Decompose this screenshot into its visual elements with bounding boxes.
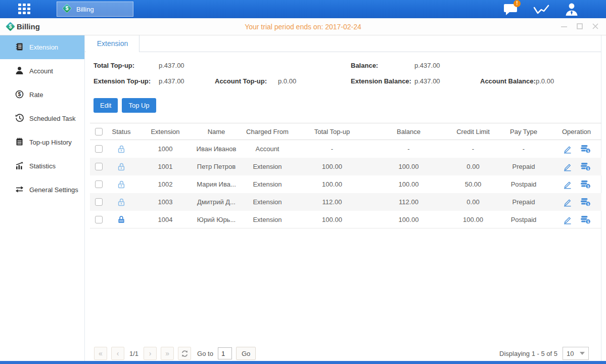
page-size-select[interactable]: 10 [563, 347, 589, 360]
minimize-icon[interactable] [560, 22, 568, 30]
rate-dollar-icon: $ [15, 90, 24, 100]
status-cell [107, 145, 135, 154]
name-cell: Петр Петров [195, 163, 238, 170]
operation-cell: $ [551, 197, 601, 207]
topup-coins-icon: $ [580, 144, 591, 154]
edit-row-button[interactable] [563, 215, 572, 224]
extension-balance-value: p.437.00 [414, 77, 440, 85]
lock-closed-icon [117, 215, 126, 224]
resource-monitor-icon[interactable] [532, 2, 550, 16]
svg-text:$: $ [587, 185, 589, 189]
messages-icon[interactable]: ! [501, 2, 520, 16]
row-checkbox[interactable] [95, 198, 103, 206]
charged-from-cell: Extension [238, 180, 297, 188]
sidebar-item-scheduled-task[interactable]: Scheduled Task [0, 107, 84, 130]
table-row: 1004Юрий Юрь...Extension100.00100.00100.… [90, 211, 601, 229]
sidebar-item-statistics[interactable]: Statistics [0, 154, 84, 178]
page-size-value: 10 [567, 350, 574, 357]
credit-limit-cell: 100.00 [450, 216, 496, 223]
sidebar-item-label: Top-up History [29, 139, 72, 146]
column-header: Charged From [238, 128, 297, 135]
pay-type-cell: - [496, 145, 551, 153]
edit-button[interactable]: Edit [94, 98, 118, 113]
sidebar-item-rate[interactable]: $ Rate [0, 83, 84, 107]
balance-cell: 100.00 [367, 180, 450, 188]
refresh-icon[interactable] [178, 347, 191, 360]
sidebar-item-general-settings[interactable]: General Settings [0, 178, 84, 202]
topup-row-button[interactable]: $ [580, 197, 591, 207]
billing-diamond-icon: $ [5, 21, 16, 34]
lock-open-icon [117, 180, 126, 189]
edit-row-button[interactable] [563, 144, 572, 154]
table-row: 1002Мария Ива...Extension100.00100.0050.… [90, 175, 601, 193]
tab-extension[interactable]: Extension [86, 35, 139, 52]
topup-row-button[interactable]: $ [580, 215, 591, 224]
edit-row-button[interactable] [563, 179, 572, 189]
balance-value: p.437.00 [414, 62, 440, 69]
status-cell [107, 162, 135, 171]
row-checkbox[interactable] [95, 180, 103, 188]
trial-notice: Your trial period ends on: 2017-02-24 [245, 23, 361, 31]
prev-page-icon[interactable]: ‹ [111, 347, 124, 360]
svg-text:$: $ [587, 167, 589, 171]
total-topup-label: Total Top-up: [94, 62, 134, 69]
billing-diamond-icon: $ [62, 3, 72, 16]
last-page-icon[interactable]: » [161, 347, 174, 360]
system-topbar: $ Billing ! [0, 0, 606, 18]
balance-cell: 112.00 [367, 198, 450, 206]
taskbar-item-billing[interactable]: $ Billing [57, 2, 133, 17]
topup-button[interactable]: Top Up [122, 98, 156, 113]
row-select-cell [90, 198, 107, 206]
total-topup-cell: 100.00 [297, 216, 367, 223]
sidebar-item-label: Account [29, 67, 53, 75]
extension-cell: 1003 [135, 198, 195, 206]
column-header: Total Top-up [297, 128, 367, 135]
go-button[interactable]: Go [236, 347, 256, 360]
row-checkbox[interactable] [95, 145, 103, 153]
edit-row-button[interactable] [563, 197, 572, 207]
close-icon[interactable] [591, 22, 599, 30]
column-header: Status [107, 128, 135, 135]
topup-row-button[interactable]: $ [580, 179, 591, 189]
name-cell: Мария Ива... [195, 180, 238, 188]
edit-row-button[interactable] [563, 162, 572, 171]
select-all-checkbox[interactable] [95, 128, 103, 135]
extension-topup-value: p.437.00 [159, 77, 184, 85]
sidebar-item-topup-history[interactable]: Top-up History [0, 130, 84, 154]
total-topup-cell: 100.00 [297, 180, 367, 188]
pay-type-cell: Prepaid [496, 163, 551, 170]
next-page-icon[interactable]: › [144, 347, 157, 360]
name-cell: Дмитрий Д... [195, 198, 238, 206]
edit-icon [563, 197, 572, 207]
sidebar-item-extension[interactable]: Extension [0, 35, 84, 59]
sidebar-item-label: Extension [29, 43, 58, 51]
extension-topup-label: Extension Top-up: [94, 77, 151, 85]
row-select-cell [90, 145, 107, 153]
first-page-icon[interactable]: « [94, 347, 107, 360]
table-row: 1000Иван ИвановAccount----$ [90, 140, 601, 158]
user-account-icon[interactable] [563, 2, 581, 16]
app-grid-icon[interactable] [18, 4, 34, 15]
balance-cell: - [367, 145, 450, 153]
maximize-icon[interactable] [576, 22, 583, 30]
topup-coins-icon: $ [580, 197, 591, 207]
general-settings-arrows-icon [15, 185, 24, 195]
row-checkbox[interactable] [95, 216, 103, 223]
svg-text:$: $ [66, 5, 69, 11]
balance-cell: 100.00 [367, 163, 450, 170]
topup-row-button[interactable]: $ [580, 144, 591, 154]
sidebar: Extension Account $ Rate Scheduled Task … [0, 35, 85, 361]
pay-type-cell: Prepaid [496, 198, 551, 206]
table-row: 1001Петр ПетровExtension100.00100.000.00… [90, 158, 601, 175]
extension-cell: 1004 [135, 216, 195, 223]
topup-row-button[interactable]: $ [580, 162, 591, 171]
status-cell [107, 198, 135, 207]
pay-type-cell: Postpaid [496, 216, 551, 223]
sidebar-item-account[interactable]: Account [0, 59, 84, 83]
row-checkbox[interactable] [95, 163, 103, 170]
topup-coins-icon: $ [580, 179, 591, 189]
goto-page-input[interactable] [218, 347, 232, 359]
window-bottom-border [0, 361, 606, 364]
row-select-cell [90, 216, 107, 223]
displaying-text: Displaying 1 - 5 of 5 [499, 350, 557, 357]
